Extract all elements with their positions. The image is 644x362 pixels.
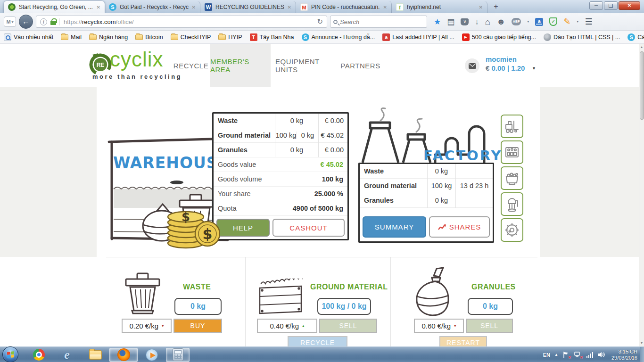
bookmark-folder-checkhyip[interactable]: CheckHYIP: [171, 34, 211, 41]
reload-icon[interactable]: [317, 17, 323, 26]
bookmark-dao-tao-html[interactable]: Đào Tạo HTML | CSS | ...: [544, 33, 620, 41]
page-scrollbar[interactable]: ▲ ▼: [639, 44, 644, 346]
clock[interactable]: 3:15 CH 29/03/2016: [611, 349, 637, 361]
minimize-button[interactable]: [589, 1, 603, 10]
bookmark-folder-hyip[interactable]: HYIP: [218, 34, 242, 41]
tab-close-icon[interactable]: [383, 5, 387, 10]
nav-partners[interactable]: PARTNERS: [343, 44, 378, 87]
bookmark-last-added-hyip[interactable]: Last added HYIP | All ...: [382, 33, 454, 41]
scrollbar-thumb[interactable]: [640, 51, 644, 120]
url-text: https://recyclix.com/office/: [59, 18, 314, 25]
show-desktop-button[interactable]: [640, 347, 644, 362]
granules-title: GRANULES: [471, 283, 516, 291]
site-logo-tagline: more than recycling: [92, 73, 182, 80]
pocket-icon[interactable]: [461, 18, 469, 25]
tab-pin-code[interactable]: PIN Code - ruochuacuatun...: [296, 1, 392, 13]
bookmark-500-cau[interactable]: 500 câu giao tiếp tiếng...: [462, 33, 536, 41]
signal-bars-icon[interactable]: [586, 351, 594, 359]
toolbar-dropdown-icon[interactable]: [577, 20, 578, 24]
ground-material-price-select[interactable]: 0.40 €/kg: [257, 319, 317, 333]
reading-list-icon[interactable]: [447, 18, 454, 26]
feedback-smiley-icon[interactable]: [496, 17, 505, 26]
https-lock-icon: [50, 21, 56, 25]
taskbar-chrome[interactable]: [25, 348, 53, 362]
nav-members-area[interactable]: MEMBER'S AREA: [210, 44, 271, 87]
tab-close-icon[interactable]: [192, 5, 196, 10]
close-button[interactable]: [619, 1, 640, 10]
adblock-plus-icon[interactable]: [512, 18, 521, 25]
app-menu-button[interactable]: M: [4, 16, 16, 27]
downloads-icon[interactable]: [475, 18, 479, 26]
sell-granules-button[interactable]: SELL: [466, 319, 513, 333]
restart-button[interactable]: RESTART: [439, 336, 487, 346]
bookmark-announce[interactable]: Announce - Hướng dẫ...: [302, 33, 375, 41]
taskbar-firefox[interactable]: [109, 348, 138, 362]
coins-illustration: $ $: [166, 206, 220, 249]
restore-button[interactable]: [604, 1, 618, 10]
bookmark-most-visited[interactable]: Vào nhiều nhất: [4, 33, 53, 41]
tab-recyclix[interactable]: Start Recycling, Go Green, ...: [4, 1, 105, 13]
bookmark-tay-ban-nha[interactable]: Tây Ban Nha: [250, 33, 294, 41]
taskbar-explorer[interactable]: [81, 348, 109, 362]
tab-close-icon[interactable]: [288, 5, 291, 10]
site-info-icon[interactable]: [40, 18, 47, 25]
start-button[interactable]: [2, 346, 18, 362]
network-icon[interactable]: ✕: [574, 351, 582, 359]
home-icon[interactable]: [485, 17, 490, 26]
granules-price-select[interactable]: 0.60 €/kg: [414, 319, 464, 333]
taskbar-internet-explorer[interactable]: e: [53, 348, 81, 362]
extension-a-icon[interactable]: [535, 18, 543, 26]
granules-amount: 0 kg: [468, 298, 513, 315]
machine-granulator-button[interactable]: [501, 192, 523, 216]
action-center-flag-icon[interactable]: ✕: [562, 351, 570, 359]
adblock-dropdown-icon[interactable]: [527, 20, 529, 24]
tab-close-icon[interactable]: [479, 5, 483, 10]
user-dropdown-icon[interactable]: [533, 66, 535, 71]
nav-equipment-units[interactable]: EQUIPMENT UNITS: [275, 44, 336, 87]
scroll-down-icon[interactable]: ▼: [639, 340, 644, 346]
volume-icon[interactable]: [598, 351, 605, 359]
machine-shredder-button[interactable]: [501, 218, 523, 242]
taskbar-media-player[interactable]: [138, 348, 166, 362]
buy-button[interactable]: BUY: [173, 319, 222, 333]
site-logo-text[interactable]: cyclix: [110, 48, 164, 71]
nav-recycle[interactable]: RECYCLE: [175, 44, 206, 87]
scroll-up-icon[interactable]: ▲: [639, 44, 644, 50]
username[interactable]: mocmien: [486, 55, 517, 63]
help-button[interactable]: HELP: [216, 219, 270, 237]
factory-card: Waste0 kg Ground material100 kg13 d 23 h…: [358, 163, 494, 243]
hamburger-menu-icon[interactable]: [585, 17, 592, 26]
search-input[interactable]: [340, 18, 424, 25]
bookmark-folder-bank[interactable]: Ngân hàng: [89, 34, 128, 41]
recycle-button[interactable]: RECYCLE: [288, 336, 347, 346]
edit-extension-icon[interactable]: [563, 17, 570, 26]
bookmark-star-icon[interactable]: [434, 18, 441, 26]
machine-forklift-button[interactable]: [501, 115, 523, 138]
tab-got-paid[interactable]: Got Paid - Recyclix - Recycl...: [105, 1, 200, 13]
bookmark-cach-choi-cpm[interactable]: Cách chơi CPM không...: [627, 33, 644, 41]
ground-material-illustration: [257, 279, 304, 316]
machine-container-button[interactable]: [501, 166, 523, 190]
machine-control-panel-button[interactable]: [501, 140, 523, 164]
back-button[interactable]: [19, 15, 33, 29]
new-tab-button[interactable]: [489, 2, 503, 12]
tray-expand-icon[interactable]: [554, 353, 558, 357]
messages-envelope-icon[interactable]: [465, 58, 479, 73]
url-bar[interactable]: https://recyclix.com/office/: [36, 16, 327, 28]
tab-guidelines[interactable]: RECYCLING GUIDELINES FI...: [200, 1, 296, 13]
cashout-button[interactable]: CASHOUT: [272, 219, 345, 237]
search-box[interactable]: [330, 16, 427, 28]
security-shield-icon[interactable]: [549, 17, 557, 26]
tab-close-icon[interactable]: [97, 5, 100, 10]
bookmark-folder-mail[interactable]: Mail: [61, 34, 82, 41]
summary-button[interactable]: SUMMARY: [363, 216, 426, 238]
taskbar-calculator[interactable]: [166, 348, 190, 362]
factory-row-ground-material: Ground material100 kg13 d 23 h: [360, 179, 493, 193]
shares-button[interactable]: SHARES: [429, 216, 490, 238]
waste-price-select[interactable]: 0.20 €/kg: [122, 319, 172, 333]
bookmark-folder-bitcoin[interactable]: Bitcoin: [135, 34, 163, 41]
svg-text:RE: RE: [97, 62, 105, 68]
tab-hyipfriend[interactable]: hyipfriend.net: [392, 1, 487, 13]
language-indicator[interactable]: EN: [543, 352, 550, 358]
sell-ground-material-button[interactable]: SELL: [319, 319, 377, 333]
